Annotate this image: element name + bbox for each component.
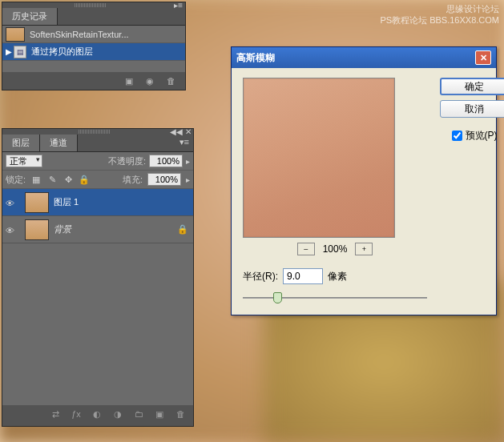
tab-history[interactable]: 历史记录	[2, 8, 58, 25]
history-item[interactable]: SoftenSkinRetainTextur...	[2, 26, 185, 43]
fx-icon[interactable]: ƒx	[70, 409, 83, 422]
fill-value[interactable]: 100%	[147, 173, 181, 186]
grip-icon	[75, 3, 107, 7]
panel-tabs: 图层 通道 ▾≡	[2, 135, 193, 152]
visibility-icon[interactable]: 👁	[6, 199, 17, 207]
preview-checkbox[interactable]	[452, 131, 462, 141]
opacity-value[interactable]: 100%	[149, 155, 183, 167]
layer-thumb[interactable]	[25, 219, 49, 240]
lock-paint-icon[interactable]: ✎	[46, 174, 58, 185]
zoom-out-button[interactable]: –	[297, 243, 315, 255]
history-item[interactable]: ▶ ▤ 通过拷贝的图层	[2, 43, 185, 61]
radius-unit: 像素	[328, 270, 347, 283]
mask-icon[interactable]: ◐	[91, 409, 103, 422]
lock-transparency-icon[interactable]: ▦	[30, 174, 42, 185]
preview-checkbox-row[interactable]: 预览(P)	[452, 129, 498, 143]
tab-layers[interactable]: 图层	[2, 135, 40, 151]
history-list: SoftenSkinRetainTextur... ▶ ▤ 通过拷贝的图层	[2, 26, 185, 72]
preview-image[interactable]	[243, 78, 395, 238]
dialog-title: 高斯模糊	[236, 51, 275, 65]
preview-label: 预览(P)	[466, 129, 498, 143]
layers-panel: ◀◀ ✕ 图层 通道 ▾≡ 正常 不透明度: 100% ▸ 锁定: ▦ ✎ ✥ …	[2, 128, 194, 427]
zoom-value: 100%	[323, 243, 348, 255]
dialog-body: – 100% + 半径(R): 像素 确定 取消 预览(P)	[232, 68, 496, 315]
layer-thumb[interactable]	[25, 192, 49, 213]
layer-via-copy-icon: ▤	[14, 46, 26, 58]
slider-thumb[interactable]	[273, 292, 282, 303]
history-spacer	[2, 61, 185, 72]
fill-label: 填充:	[123, 174, 143, 186]
history-footer: ▣ ◉ 🗑	[2, 72, 185, 90]
ok-button[interactable]: 确定	[440, 78, 504, 95]
link-icon[interactable]: ⇄	[49, 409, 62, 422]
lock-position-icon[interactable]: ✥	[62, 174, 74, 185]
fill-flyout-icon[interactable]: ▸	[186, 175, 190, 184]
visibility-icon[interactable]: 👁	[6, 226, 17, 234]
button-column: 确定 取消 预览(P)	[438, 78, 504, 305]
layer-name[interactable]: 背景	[54, 223, 71, 235]
panel-menu-icon[interactable]: ▾≡	[175, 135, 193, 151]
dialog-titlebar[interactable]: 高斯模糊 ✕	[232, 47, 496, 68]
lock-row: 锁定: ▦ ✎ ✥ 🔒 填充: 100% ▸	[2, 170, 193, 189]
group-icon[interactable]: 🗀	[132, 409, 145, 422]
blend-mode-row: 正常 不透明度: 100% ▸	[2, 152, 193, 170]
snapshot-icon[interactable]: ◉	[143, 75, 156, 86]
lock-label: 锁定:	[6, 174, 26, 186]
layer-row[interactable]: 👁 图层 1	[2, 189, 193, 216]
opacity-label: 不透明度:	[108, 155, 146, 167]
layer-row[interactable]: 👁 背景 🔒	[2, 216, 193, 243]
radius-input[interactable]	[283, 268, 323, 284]
preview-column: – 100% + 半径(R): 像素	[243, 78, 427, 305]
layers-footer: ⇄ ƒx ◐ ◑ 🗀 ▣ 🗑	[2, 405, 193, 426]
layers-list: 👁 图层 1 👁 背景 🔒	[2, 189, 193, 405]
radius-label: 半径(R):	[243, 270, 278, 283]
cancel-button[interactable]: 取消	[440, 100, 504, 118]
history-label: 通过拷贝的图层	[31, 46, 93, 58]
watermark: 思缘设计论坛 PS教程论坛 BBS.16XX8.COM	[380, 3, 499, 26]
caret-icon: ▶	[6, 47, 12, 56]
gaussian-blur-dialog: 高斯模糊 ✕ – 100% + 半径(R): 像素 确定 取消	[231, 46, 497, 315]
history-label: SoftenSkinRetainTextur...	[30, 30, 129, 39]
adjustment-icon[interactable]: ◑	[111, 409, 124, 422]
layer-name[interactable]: 图层 1	[54, 196, 79, 208]
panel-tabs: 历史记录	[2, 8, 185, 26]
new-layer-icon[interactable]: ▣	[153, 409, 166, 422]
panel-titlebar[interactable]: ◀◀ ✕	[2, 129, 193, 135]
panel-menu-icon[interactable]: ▸≡	[174, 1, 183, 10]
lock-icon: 🔒	[177, 224, 188, 235]
close-button[interactable]: ✕	[475, 50, 491, 65]
history-panel: ▸≡ 历史记录 SoftenSkinRetainTextur... ▶ ▤ 通过…	[2, 2, 186, 90]
lock-all-icon[interactable]: 🔒	[79, 174, 90, 185]
new-doc-icon[interactable]: ▣	[123, 75, 135, 86]
panel-titlebar[interactable]: ▸≡	[2, 2, 185, 8]
radius-slider[interactable]	[243, 291, 427, 305]
grip-icon	[79, 130, 111, 134]
history-thumb	[6, 27, 25, 42]
radius-row: 半径(R): 像素	[243, 268, 427, 284]
opacity-flyout-icon[interactable]: ▸	[186, 157, 190, 166]
trash-icon[interactable]: 🗑	[164, 75, 177, 86]
trash-icon[interactable]: 🗑	[174, 409, 187, 422]
zoom-in-button[interactable]: +	[355, 243, 373, 255]
blend-mode-select[interactable]: 正常	[6, 155, 42, 167]
zoom-controls: – 100% +	[243, 243, 427, 255]
slider-track	[243, 297, 427, 299]
blend-mode[interactable]: 正常	[6, 155, 42, 167]
tab-channels[interactable]: 通道	[40, 135, 78, 151]
